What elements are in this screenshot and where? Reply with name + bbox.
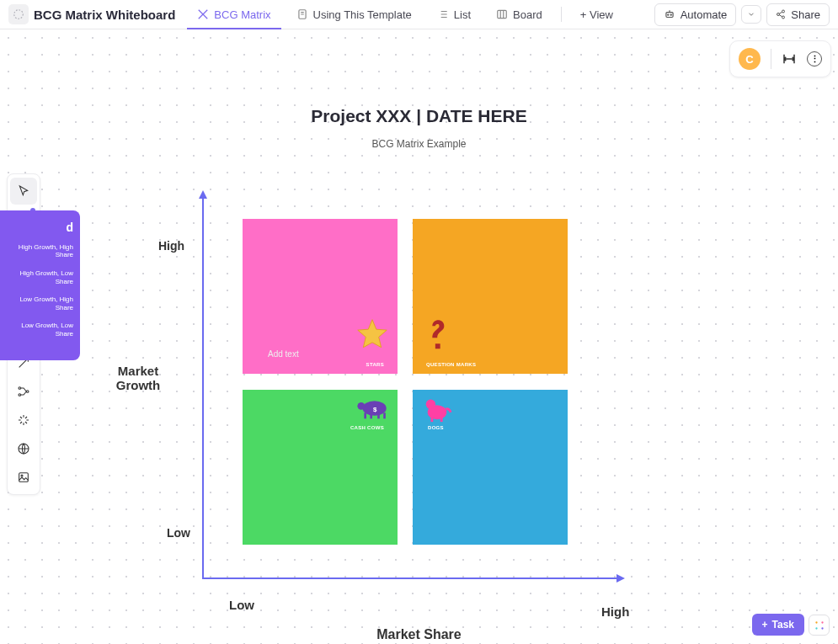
tab-using-template[interactable]: Using This Template xyxy=(286,0,422,29)
cow-icon: $ xyxy=(354,395,391,425)
quadrant-question-marks[interactable]: QUESTION MARKS xyxy=(413,219,568,374)
x-axis-high-label: High xyxy=(601,604,629,619)
svg-point-29 xyxy=(815,627,817,629)
share-button[interactable]: Share xyxy=(766,3,830,26)
svg-rect-20 xyxy=(383,412,386,418)
divider xyxy=(771,49,771,69)
svg-rect-26 xyxy=(440,417,443,422)
doc-title[interactable]: BCG Matrix Whiteboard xyxy=(34,8,175,22)
top-bar: BCG Matrix Whiteboard BCG Matrix Using T… xyxy=(0,0,838,29)
tab-label: Using This Template xyxy=(313,8,412,21)
more-options-icon[interactable]: ⋮ xyxy=(807,51,822,67)
svg-point-15 xyxy=(21,475,23,476)
tool-image[interactable] xyxy=(10,464,37,491)
sparkle-icon xyxy=(17,413,30,427)
svg-point-0 xyxy=(14,10,24,19)
svg-point-8 xyxy=(782,16,785,19)
svg-rect-19 xyxy=(377,412,380,418)
quadrant-label: QUESTION MARKS xyxy=(419,362,561,367)
globe-icon xyxy=(17,442,30,455)
svg-point-4 xyxy=(667,14,668,15)
quadrant-label: CASH COWS xyxy=(350,425,391,430)
svg-rect-2 xyxy=(498,10,507,18)
y-axis-high-label: High xyxy=(158,239,184,253)
legend-item: High Growth, HighShare xyxy=(7,243,73,259)
svg-point-11 xyxy=(19,394,21,397)
quadrant-label: STARS xyxy=(249,362,391,367)
chart-subtitle[interactable]: BCG Matrix Example xyxy=(0,138,838,150)
svg-rect-18 xyxy=(370,412,372,418)
chevron-down-icon xyxy=(747,10,755,19)
y-axis-low-label: Low xyxy=(167,526,190,540)
add-view-button[interactable]: + View xyxy=(570,0,623,29)
x-axis-low-label: Low xyxy=(229,598,254,612)
svg-point-10 xyxy=(19,387,21,390)
board-icon xyxy=(496,8,508,20)
star-icon xyxy=(354,317,391,357)
tool-select[interactable] xyxy=(10,178,37,205)
avatar[interactable]: C xyxy=(739,48,761,70)
question-icon xyxy=(424,318,448,357)
svg-point-24 xyxy=(426,400,435,409)
automate-button[interactable]: Automate xyxy=(654,3,737,26)
whiteboard-icon xyxy=(197,8,209,20)
svg-point-5 xyxy=(670,14,671,15)
svg-point-30 xyxy=(821,627,823,629)
tool-ai[interactable] xyxy=(10,407,37,434)
view-label: + View xyxy=(580,8,613,21)
list-icon xyxy=(437,8,449,20)
x-axis xyxy=(202,577,623,579)
svg-rect-17 xyxy=(364,412,366,418)
plus-icon: + xyxy=(762,619,768,631)
image-icon xyxy=(17,471,30,484)
legend-header: d xyxy=(7,221,73,235)
svg-rect-25 xyxy=(430,417,433,422)
quadrant-label: DOGS xyxy=(428,425,451,430)
legend-card[interactable]: d High Growth, HighShare High Growth, Lo… xyxy=(0,210,80,360)
svg-point-27 xyxy=(815,621,817,623)
quadrant-stars[interactable]: Add text STARS xyxy=(243,219,398,374)
apps-button[interactable] xyxy=(809,615,830,636)
svg-point-21 xyxy=(357,402,365,410)
tool-web[interactable] xyxy=(10,435,37,462)
dog-icon xyxy=(421,393,453,427)
divider xyxy=(561,7,562,22)
svg-point-28 xyxy=(821,621,823,623)
tab-label: List xyxy=(454,8,471,21)
cursor-icon xyxy=(17,184,30,198)
doc-icon[interactable] xyxy=(8,4,29,24)
tab-label: BCG Matrix xyxy=(214,8,270,21)
tab-list[interactable]: List xyxy=(427,0,481,29)
legend-item: Low Growth, HighShare xyxy=(7,295,73,311)
chart-title[interactable]: Project XXX | DATE HERE xyxy=(0,106,838,126)
task-button[interactable]: + Task xyxy=(752,614,804,636)
doc-icon xyxy=(296,8,308,20)
task-label: Task xyxy=(772,619,794,631)
tool-nodes[interactable] xyxy=(10,378,37,405)
svg-point-12 xyxy=(26,391,29,393)
tab-bcg-matrix[interactable]: BCG Matrix xyxy=(187,0,280,29)
share-icon xyxy=(776,9,786,19)
presence-bar: C ⋮ xyxy=(729,40,831,77)
share-label: Share xyxy=(791,8,820,21)
legend-item: High Growth, LowShare xyxy=(7,269,73,285)
nodes-icon xyxy=(17,385,30,398)
tab-board[interactable]: Board xyxy=(486,0,552,29)
tab-label: Board xyxy=(513,8,542,21)
quadrant-cash-cows[interactable]: $ CASH COWS xyxy=(243,390,398,545)
legend-item: Low Growth, LowShare xyxy=(7,322,73,338)
fit-width-icon[interactable] xyxy=(782,51,797,67)
grid-icon xyxy=(814,620,825,631)
y-axis-title: MarketGrowth xyxy=(112,364,164,392)
svg-rect-14 xyxy=(19,473,29,482)
automate-label: Automate xyxy=(681,8,728,21)
svg-point-7 xyxy=(777,13,780,16)
svg-point-6 xyxy=(782,10,785,13)
y-axis xyxy=(202,192,204,579)
svg-text:$: $ xyxy=(373,406,377,413)
automate-dropdown[interactable] xyxy=(741,5,761,24)
x-axis-title: Market Share xyxy=(0,627,838,642)
robot-icon xyxy=(664,8,675,20)
quadrant-dogs[interactable]: DOGS xyxy=(413,390,568,545)
